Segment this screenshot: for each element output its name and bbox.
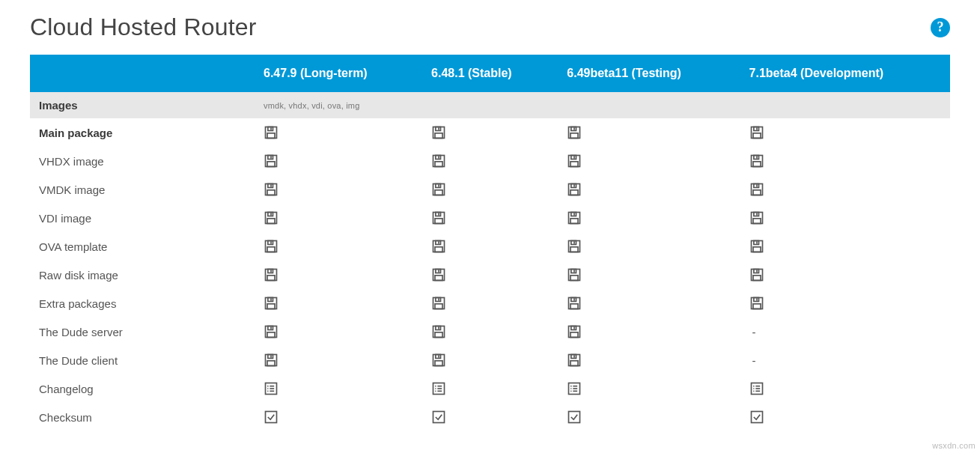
download-cell bbox=[422, 403, 558, 431]
download-icon[interactable] bbox=[567, 296, 731, 311]
download-icon[interactable] bbox=[567, 182, 731, 197]
download-icon[interactable] bbox=[431, 125, 549, 140]
svg-rect-77 bbox=[753, 241, 758, 245]
download-cell bbox=[740, 232, 950, 261]
download-cell bbox=[422, 374, 558, 403]
download-cell bbox=[740, 204, 950, 232]
download-icon[interactable] bbox=[567, 324, 731, 339]
download-icon[interactable] bbox=[567, 125, 731, 140]
row-label: Extra packages bbox=[30, 289, 255, 317]
table-row: The Dude server - bbox=[30, 317, 950, 346]
download-icon[interactable] bbox=[749, 182, 941, 197]
table-row: The Dude client - bbox=[30, 346, 950, 374]
download-icon[interactable] bbox=[264, 182, 413, 197]
download-cell bbox=[558, 175, 740, 204]
download-cell bbox=[422, 118, 558, 147]
svg-rect-82 bbox=[267, 276, 275, 281]
download-icon[interactable] bbox=[567, 210, 731, 225]
svg-rect-42 bbox=[570, 190, 578, 195]
svg-rect-102 bbox=[435, 304, 442, 309]
download-icon[interactable] bbox=[431, 324, 549, 339]
row-label: VMDK image bbox=[30, 175, 255, 204]
download-icon[interactable] bbox=[264, 210, 413, 225]
download-cell bbox=[740, 147, 950, 175]
download-icon[interactable] bbox=[567, 267, 731, 282]
svg-rect-74 bbox=[570, 247, 578, 252]
svg-rect-105 bbox=[571, 298, 576, 302]
download-icon[interactable] bbox=[567, 153, 731, 168]
download-cell bbox=[558, 147, 740, 175]
download-icon[interactable] bbox=[431, 182, 549, 197]
changelog-icon[interactable] bbox=[264, 381, 413, 396]
svg-rect-14 bbox=[753, 133, 761, 139]
svg-rect-53 bbox=[436, 213, 441, 216]
table-row: OVA template bbox=[30, 232, 950, 261]
row-label: Changelog bbox=[30, 374, 255, 403]
download-cell bbox=[255, 403, 422, 431]
download-icon[interactable] bbox=[431, 267, 549, 282]
download-cell bbox=[558, 232, 740, 261]
download-icon[interactable] bbox=[749, 210, 941, 225]
download-icon[interactable] bbox=[749, 153, 941, 168]
svg-rect-62 bbox=[753, 219, 761, 224]
col-blank bbox=[30, 55, 255, 92]
download-cell bbox=[558, 118, 740, 147]
row-label: VDI image bbox=[30, 204, 255, 232]
download-cell: - bbox=[740, 317, 950, 346]
svg-rect-109 bbox=[753, 298, 758, 302]
download-icon[interactable] bbox=[264, 125, 413, 140]
help-icon[interactable]: ? bbox=[931, 18, 950, 37]
checksum-icon[interactable] bbox=[431, 410, 549, 425]
download-icon[interactable] bbox=[264, 296, 413, 311]
download-cell bbox=[422, 232, 558, 261]
download-cell bbox=[255, 374, 422, 403]
svg-rect-22 bbox=[435, 162, 442, 167]
download-icon[interactable] bbox=[431, 239, 549, 254]
table-row: Extra packages bbox=[30, 289, 950, 317]
download-cell bbox=[740, 261, 950, 289]
download-icon[interactable] bbox=[264, 239, 413, 254]
download-icon[interactable] bbox=[264, 153, 413, 168]
download-icon[interactable] bbox=[264, 267, 413, 282]
download-cell bbox=[740, 118, 950, 147]
checksum-icon[interactable] bbox=[567, 410, 731, 425]
download-icon[interactable] bbox=[749, 125, 941, 140]
checksum-icon[interactable] bbox=[264, 410, 413, 425]
download-icon[interactable] bbox=[264, 353, 413, 368]
download-cell bbox=[255, 346, 422, 374]
table-row: Raw disk image bbox=[30, 261, 950, 289]
svg-rect-166 bbox=[569, 412, 580, 423]
download-icon[interactable] bbox=[567, 353, 731, 368]
download-cell bbox=[422, 204, 558, 232]
svg-rect-165 bbox=[433, 412, 445, 423]
svg-rect-10 bbox=[570, 133, 578, 139]
svg-rect-114 bbox=[267, 332, 275, 338]
download-icon[interactable] bbox=[264, 324, 413, 339]
changelog-icon[interactable] bbox=[567, 381, 731, 396]
changelog-icon[interactable] bbox=[749, 381, 941, 396]
download-icon[interactable] bbox=[749, 267, 941, 282]
download-icon[interactable] bbox=[431, 296, 549, 311]
download-icon[interactable] bbox=[749, 296, 941, 311]
download-cell bbox=[422, 147, 558, 175]
svg-rect-30 bbox=[753, 162, 761, 167]
download-icon[interactable] bbox=[431, 353, 549, 368]
svg-rect-85 bbox=[436, 270, 441, 273]
page-title: Cloud Hosted Router bbox=[30, 13, 257, 41]
download-cell bbox=[255, 147, 422, 175]
svg-rect-110 bbox=[753, 304, 761, 309]
download-cell bbox=[558, 261, 740, 289]
svg-rect-50 bbox=[267, 219, 275, 224]
download-icon[interactable] bbox=[567, 239, 731, 254]
download-icon[interactable] bbox=[431, 153, 549, 168]
svg-rect-5 bbox=[436, 127, 441, 131]
checksum-icon[interactable] bbox=[749, 410, 941, 425]
svg-rect-25 bbox=[571, 156, 576, 159]
svg-rect-29 bbox=[753, 156, 758, 159]
download-cell bbox=[558, 204, 740, 232]
download-icon[interactable] bbox=[431, 210, 549, 225]
svg-rect-21 bbox=[436, 156, 441, 159]
changelog-icon[interactable] bbox=[431, 381, 549, 396]
svg-rect-122 bbox=[570, 332, 578, 338]
download-icon[interactable] bbox=[749, 239, 941, 254]
